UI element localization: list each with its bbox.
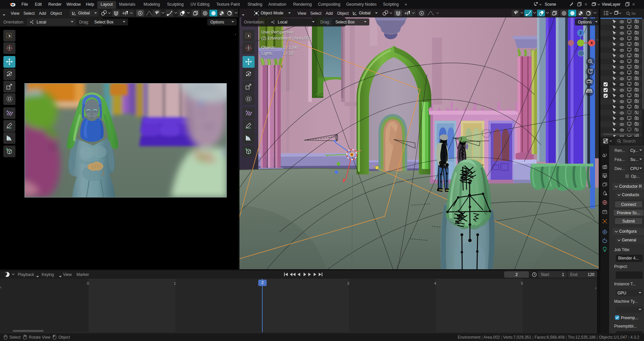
- svg-text:Se: Se: [631, 11, 636, 15]
- svg-text:Z: Z: [580, 31, 582, 35]
- svg-text:X: X: [590, 41, 593, 45]
